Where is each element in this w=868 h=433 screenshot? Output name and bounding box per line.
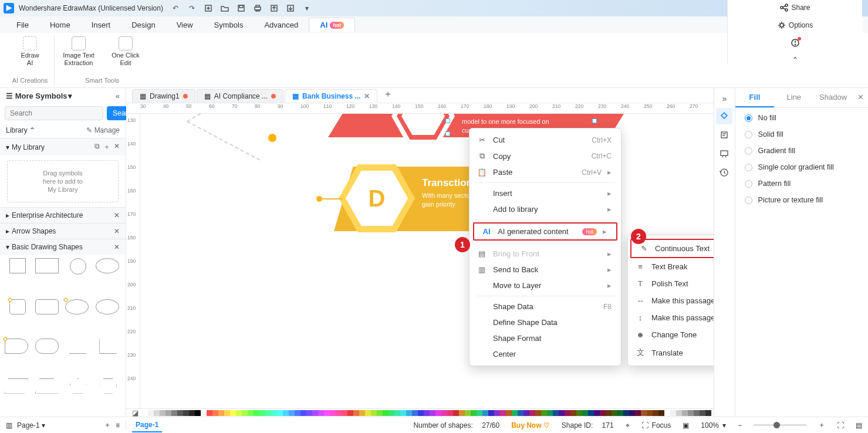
- ctx-add-to-library[interactable]: Add to library▸: [470, 201, 621, 217]
- color-swatch[interactable]: [330, 410, 336, 416]
- symbol-search-input[interactable]: [5, 106, 103, 120]
- tab-fill[interactable]: Fill: [735, 88, 775, 107]
- import-icon[interactable]: [284, 2, 297, 15]
- color-swatch[interactable]: [371, 410, 377, 416]
- menu-symbols[interactable]: Symbols: [204, 18, 254, 32]
- color-swatch[interactable]: [453, 410, 459, 416]
- fill-option-pattern-fill[interactable]: Pattern fill: [745, 180, 859, 188]
- add-tab-button[interactable]: ＋: [379, 86, 397, 103]
- color-swatch[interactable]: [254, 410, 259, 416]
- zoom-value[interactable]: 100% ▾: [695, 421, 732, 429]
- color-swatch[interactable]: [647, 410, 653, 416]
- save-icon[interactable]: [235, 2, 248, 15]
- shape-parallelogram[interactable]: [5, 378, 28, 394]
- color-swatch[interactable]: [500, 410, 506, 416]
- color-swatch[interactable]: [406, 410, 412, 416]
- color-swatch[interactable]: [183, 410, 189, 416]
- expand-right-panel-icon[interactable]: »: [720, 92, 729, 106]
- color-swatch[interactable]: [224, 410, 230, 416]
- color-swatch[interactable]: [312, 410, 318, 416]
- drop-zone[interactable]: Drag symbols here to add to My Library: [7, 160, 119, 202]
- color-swatch[interactable]: [465, 410, 471, 416]
- shape-d[interactable]: [5, 339, 28, 354]
- fill-option-solid-fill[interactable]: Solid fill: [745, 130, 859, 138]
- color-swatch[interactable]: [506, 410, 512, 416]
- color-swatch[interactable]: [171, 410, 177, 416]
- ctx-center[interactable]: Center: [470, 346, 621, 362]
- close-panel-icon[interactable]: ✕: [853, 88, 868, 107]
- color-swatch[interactable]: [688, 410, 694, 416]
- ctx-paste[interactable]: 📋PasteCtrl+V▸: [470, 164, 621, 180]
- color-swatch[interactable]: [447, 410, 453, 416]
- ctx-insert[interactable]: Insert▸: [470, 185, 621, 201]
- shape-trapezoid[interactable]: [35, 378, 59, 394]
- color-swatch[interactable]: [230, 410, 236, 416]
- ctx-copy[interactable]: ⧉CopyCtrl+C: [470, 148, 621, 164]
- color-swatch[interactable]: [154, 410, 160, 416]
- color-swatch[interactable]: [271, 410, 277, 416]
- fill-option-gradient-fill[interactable]: Gradient fill: [745, 147, 859, 155]
- new-icon[interactable]: [202, 2, 215, 15]
- color-swatch[interactable]: [694, 410, 700, 416]
- color-swatch[interactable]: [347, 410, 353, 416]
- color-swatch[interactable]: [160, 410, 166, 416]
- ai-sub-make-this-passage-shorter[interactable]: ↕Make this passage shorter: [628, 309, 714, 326]
- color-swatch[interactable]: [195, 410, 201, 416]
- menu-insert[interactable]: Insert: [81, 18, 121, 32]
- menu-home[interactable]: Home: [39, 18, 81, 32]
- color-swatch[interactable]: [177, 410, 183, 416]
- edraw-ai-button[interactable]: Edraw AI: [9, 36, 50, 67]
- color-swatch[interactable]: [259, 410, 265, 416]
- color-swatch[interactable]: [670, 410, 676, 416]
- shape-rounded-rect[interactable]: [35, 299, 59, 314]
- close-icon[interactable]: ✕: [114, 142, 120, 152]
- color-swatch[interactable]: [435, 410, 441, 416]
- menu-advanced[interactable]: Advanced: [254, 18, 309, 32]
- page-menu-icon[interactable]: ≡: [116, 421, 120, 429]
- page-list-icon[interactable]: ▥: [6, 421, 12, 429]
- history-tool-icon[interactable]: [716, 164, 732, 181]
- fill-tool-icon[interactable]: [716, 108, 732, 124]
- color-swatch[interactable]: [565, 410, 570, 416]
- color-swatch[interactable]: [582, 410, 588, 416]
- manage-library-button[interactable]: ✎ Manage: [86, 126, 120, 134]
- color-swatch[interactable]: [676, 410, 682, 416]
- shape-right-triangle[interactable]: [99, 339, 117, 354]
- color-swatch[interactable]: [336, 410, 342, 416]
- color-swatch[interactable]: [700, 410, 705, 416]
- color-swatch[interactable]: [658, 410, 664, 416]
- ai-sub-change-tone[interactable]: ☻Change Tone▸: [628, 326, 714, 343]
- color-swatch[interactable]: [342, 410, 347, 416]
- color-swatch[interactable]: [189, 410, 195, 416]
- duplicate-icon[interactable]: ⧉: [94, 142, 100, 152]
- canvas[interactable]: model to one more focused on customer Tr…: [140, 114, 714, 408]
- color-swatch[interactable]: [518, 410, 523, 416]
- add-icon[interactable]: ＋: [103, 142, 110, 152]
- color-swatch[interactable]: [477, 410, 482, 416]
- fill-option-picture-or-texture-fill[interactable]: Picture or texture fill: [745, 196, 859, 204]
- image-text-extraction-button[interactable]: Image Text Extraction: [58, 36, 99, 67]
- color-swatch[interactable]: [535, 410, 541, 416]
- options-button[interactable]: Options: [777, 21, 813, 30]
- zoom-out-button[interactable]: −: [732, 421, 748, 429]
- shape-triangle[interactable]: [69, 339, 87, 354]
- library-dropdown[interactable]: Library ⌃: [6, 126, 35, 134]
- tab-shadow[interactable]: Shadow: [813, 88, 853, 107]
- doc-tab-2[interactable]: ▦AI Compliance ...: [197, 89, 283, 103]
- color-swatch[interactable]: [289, 410, 295, 416]
- doc-tab-1[interactable]: ▦Drawing1: [132, 89, 195, 103]
- close-icon[interactable]: ✕: [114, 243, 120, 251]
- ai-sub-polish-text[interactable]: TPolish Text: [628, 275, 714, 292]
- color-swatch[interactable]: [529, 410, 535, 416]
- color-swatch[interactable]: [559, 410, 565, 416]
- shape-ellipse[interactable]: [65, 299, 89, 314]
- color-swatch[interactable]: [424, 410, 430, 416]
- tab-line[interactable]: Line: [774, 88, 813, 107]
- color-swatch[interactable]: [242, 410, 248, 416]
- section-enterprise-architecture[interactable]: ▸Enterprise Architecture✕: [0, 207, 126, 223]
- color-swatch[interactable]: [441, 410, 447, 416]
- close-icon[interactable]: ✕: [114, 227, 120, 235]
- color-swatch[interactable]: [682, 410, 688, 416]
- color-swatch[interactable]: [295, 410, 300, 416]
- shape-hexagon[interactable]: [99, 378, 117, 394]
